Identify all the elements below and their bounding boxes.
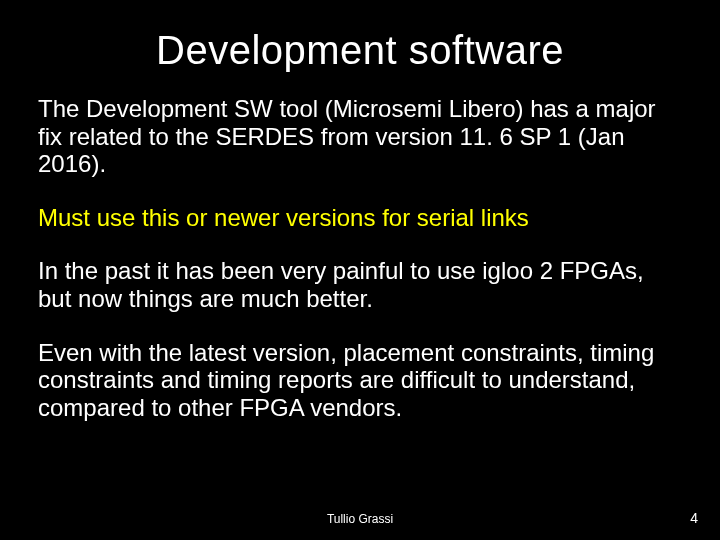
- slide-title: Development software: [38, 28, 682, 73]
- paragraph-2-highlight: Must use this or newer versions for seri…: [38, 204, 682, 232]
- slide: Development software The Development SW …: [0, 0, 720, 540]
- paragraph-3: In the past it has been very painful to …: [38, 257, 682, 312]
- paragraph-1: The Development SW tool (Microsemi Liber…: [38, 95, 682, 178]
- footer-page-number: 4: [690, 510, 698, 526]
- footer-author: Tullio Grassi: [0, 512, 720, 526]
- paragraph-4: Even with the latest version, placement …: [38, 339, 682, 422]
